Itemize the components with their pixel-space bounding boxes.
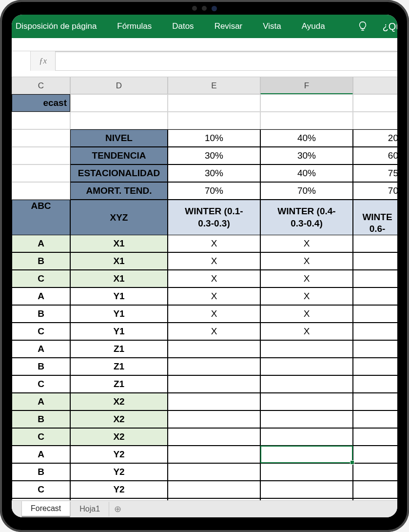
table-row-e[interactable]: X bbox=[168, 323, 260, 340]
ribbon-tab-data[interactable]: Datos bbox=[169, 21, 196, 31]
table-row-f[interactable] bbox=[260, 446, 353, 463]
table-row-xyz[interactable]: X1 bbox=[70, 235, 168, 252]
table-row-xyz[interactable]: Y1 bbox=[70, 287, 168, 305]
table-header-winter-3-partial[interactable]: WINTE0.6- bbox=[353, 200, 397, 236]
table-row-xyz[interactable]: Y2 bbox=[70, 446, 168, 463]
column-header[interactable]: F bbox=[260, 77, 353, 94]
table-row-abc[interactable]: C bbox=[12, 375, 70, 393]
table-row-f[interactable]: X bbox=[260, 252, 353, 270]
table-row-abc[interactable]: C bbox=[12, 428, 70, 446]
table-row-e[interactable]: X bbox=[168, 252, 260, 270]
table-row-f[interactable]: X bbox=[260, 287, 353, 305]
table-row-g-partial[interactable] bbox=[353, 252, 397, 270]
table-row-g-partial[interactable] bbox=[353, 375, 397, 393]
table-row-g-partial[interactable] bbox=[353, 287, 397, 305]
table-row-abc[interactable]: C bbox=[12, 481, 70, 498]
param-value-partial[interactable]: 70 bbox=[353, 182, 397, 200]
table-row-xyz[interactable]: X2 bbox=[70, 428, 168, 446]
table-row-e[interactable]: X bbox=[168, 287, 260, 305]
table-row-e[interactable] bbox=[168, 393, 260, 410]
table-row-xyz[interactable]: Y1 bbox=[70, 323, 168, 340]
name-box[interactable] bbox=[12, 51, 30, 71]
table-row-xyz[interactable]: Y2 bbox=[70, 463, 168, 481]
ribbon-tab-view[interactable]: Vista bbox=[260, 21, 284, 31]
empty-cell[interactable] bbox=[353, 94, 397, 112]
table-row-f[interactable]: X bbox=[260, 323, 353, 340]
table-row-abc[interactable]: B bbox=[12, 410, 70, 428]
param-value[interactable]: 10% bbox=[168, 129, 260, 147]
param-label[interactable]: TENDENCIA bbox=[70, 147, 168, 164]
table-row-abc[interactable]: C bbox=[12, 323, 70, 340]
empty-cell[interactable] bbox=[12, 129, 70, 147]
table-row-xyz[interactable]: X2 bbox=[70, 393, 168, 410]
table-row-abc[interactable]: B bbox=[12, 463, 70, 481]
table-row-e[interactable] bbox=[168, 375, 260, 393]
table-row-xyz[interactable]: X1 bbox=[70, 270, 168, 287]
table-header-abc[interactable]: ABC bbox=[12, 200, 70, 236]
table-row-abc[interactable]: A bbox=[12, 287, 70, 305]
table-row-g-partial[interactable] bbox=[353, 270, 397, 287]
table-row-g-partial[interactable] bbox=[353, 235, 397, 252]
param-label[interactable]: AMORT. TEND. bbox=[70, 182, 168, 200]
table-row-xyz[interactable]: Z1 bbox=[70, 358, 168, 375]
table-row-e[interactable] bbox=[168, 463, 260, 481]
collapsed-ribbon-strip[interactable] bbox=[12, 38, 397, 51]
tell-me-text[interactable]: ¿Qu bbox=[383, 21, 397, 32]
param-value[interactable]: 30% bbox=[168, 147, 260, 164]
column-header[interactable] bbox=[353, 77, 397, 94]
table-row-f[interactable]: X bbox=[260, 235, 353, 252]
table-row-abc[interactable]: A bbox=[12, 393, 70, 410]
param-value[interactable]: 40% bbox=[260, 129, 353, 147]
param-value-partial[interactable]: 20 bbox=[353, 129, 397, 147]
table-row-abc[interactable]: A bbox=[12, 340, 70, 358]
column-header[interactable]: C bbox=[12, 77, 70, 94]
table-row-e[interactable]: X bbox=[168, 305, 260, 323]
table-row-f[interactable] bbox=[260, 340, 353, 358]
table-header-winter-1[interactable]: WINTER (0.1-0.3-0.3) bbox=[168, 200, 260, 236]
param-value[interactable]: 40% bbox=[260, 164, 353, 182]
table-row-g-partial[interactable] bbox=[353, 393, 397, 410]
sheet-area[interactable]: CDEFecastNIVEL10%40%20TENDENCIA30%30%60E… bbox=[12, 77, 397, 500]
fx-icon[interactable]: ƒx bbox=[30, 51, 55, 71]
ribbon-tab-formulas[interactable]: Fórmulas bbox=[114, 21, 155, 31]
table-row-f[interactable] bbox=[260, 410, 353, 428]
column-header[interactable]: D bbox=[70, 77, 168, 94]
table-row-g-partial[interactable] bbox=[353, 358, 397, 375]
empty-cell[interactable] bbox=[260, 112, 353, 129]
param-value[interactable]: 30% bbox=[168, 164, 260, 182]
empty-cell[interactable] bbox=[168, 112, 260, 129]
add-sheet-button[interactable]: ⊕ bbox=[109, 504, 126, 514]
table-row-e[interactable] bbox=[168, 481, 260, 498]
table-row-g-partial[interactable] bbox=[353, 305, 397, 323]
table-row-abc[interactable]: A bbox=[12, 446, 70, 463]
table-row-e[interactable]: X bbox=[168, 270, 260, 287]
table-row-e[interactable] bbox=[168, 340, 260, 358]
sheet-tab-forecast[interactable]: Forecast bbox=[21, 501, 70, 517]
table-row-abc[interactable]: B bbox=[12, 358, 70, 375]
table-header-winter-2[interactable]: WINTER (0.4-0.3-0.4) bbox=[260, 200, 353, 236]
table-row-abc[interactable]: C bbox=[12, 270, 70, 287]
empty-cell[interactable] bbox=[12, 147, 70, 164]
empty-cell[interactable] bbox=[12, 164, 70, 182]
param-value-partial[interactable]: 75 bbox=[353, 164, 397, 182]
table-row-g-partial[interactable] bbox=[353, 428, 397, 446]
table-row-e[interactable] bbox=[168, 410, 260, 428]
empty-cell[interactable] bbox=[12, 112, 70, 129]
table-row-e[interactable] bbox=[168, 358, 260, 375]
table-row-f[interactable] bbox=[260, 375, 353, 393]
ribbon-tab-review[interactable]: Revisar bbox=[212, 21, 246, 31]
param-value-partial[interactable]: 60 bbox=[353, 147, 397, 164]
ribbon-tab-help[interactable]: Ayuda bbox=[299, 21, 328, 31]
table-row-f[interactable] bbox=[260, 358, 353, 375]
table-row-g-partial[interactable] bbox=[353, 340, 397, 358]
param-label[interactable]: ESTACIONALIDAD bbox=[70, 164, 168, 182]
param-value[interactable]: 70% bbox=[260, 182, 353, 200]
title-fragment[interactable]: ecast bbox=[12, 94, 70, 112]
table-row-g-partial[interactable] bbox=[353, 463, 397, 481]
table-row-abc[interactable]: B bbox=[12, 305, 70, 323]
grid[interactable]: CDEFecastNIVEL10%40%20TENDENCIA30%30%60E… bbox=[12, 77, 397, 500]
table-row-f[interactable] bbox=[260, 428, 353, 446]
param-value[interactable]: 30% bbox=[260, 147, 353, 164]
formula-input[interactable] bbox=[55, 51, 397, 71]
empty-cell[interactable] bbox=[168, 94, 260, 112]
